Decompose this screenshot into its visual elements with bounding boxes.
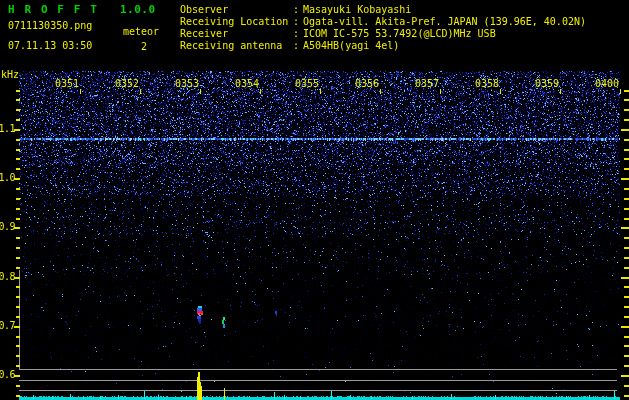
- freq-axis-label: 1.1: [0, 124, 15, 134]
- time-axis-label: 0358: [473, 79, 499, 89]
- info-row-observer: Observer : Masayuki Kobayashi: [180, 4, 586, 16]
- freq-axis-label: 0.6: [0, 370, 15, 380]
- time-axis-label: 0400: [593, 79, 619, 89]
- hrofft-screen: H R O F F T 1.0.0 0711130350.png meteor …: [0, 0, 629, 400]
- info-label: Receiving Location: [180, 16, 293, 28]
- info-label: Observer: [180, 4, 293, 16]
- info-value: ICOM IC-575 53.7492(@LCD)MHz USB: [303, 28, 496, 40]
- info-row-receiver: Receiver : ICOM IC-575 53.7492(@LCD)MHz …: [180, 28, 586, 40]
- info-value: Masayuki Kobayashi: [303, 4, 411, 16]
- info-value: A504HB(yagi 4el): [303, 40, 399, 52]
- info-row-location: Receiving Location : Ogata-vill. Akita-P…: [180, 16, 586, 28]
- output-filename: 0711130350.png: [8, 20, 92, 31]
- freq-axis-label: 0.7: [0, 321, 15, 331]
- time-axis-label: 0353: [173, 79, 199, 89]
- info-colon: :: [293, 28, 303, 40]
- mode-label: meteor: [123, 26, 159, 37]
- freq-axis-label: 0.9: [0, 222, 15, 232]
- time-axis-label: 0355: [293, 79, 319, 89]
- info-colon: :: [293, 16, 303, 28]
- meteor-count: 2: [141, 41, 147, 52]
- freq-axis-label: 1.0: [0, 173, 15, 183]
- app-version: 1.0.0: [120, 3, 156, 16]
- info-colon: :: [293, 40, 303, 52]
- time-axis-label: 0356: [353, 79, 379, 89]
- time-axis-label: 0352: [113, 79, 139, 89]
- time-axis-label: 0359: [533, 79, 559, 89]
- capture-datetime: 07.11.13 03:50: [8, 40, 92, 51]
- time-axis-label: 0351: [53, 79, 79, 89]
- info-label: Receiving antenna: [180, 40, 293, 52]
- info-value: Ogata-vill. Akita-Pref. JAPAN (139.96E, …: [303, 16, 586, 28]
- freq-unit-label: kHz: [1, 70, 19, 80]
- info-colon: :: [293, 4, 303, 16]
- info-row-antenna: Receiving antenna : A504HB(yagi 4el): [180, 40, 586, 52]
- time-axis-label: 0354: [233, 79, 259, 89]
- app-title: H R O F F T: [8, 3, 98, 16]
- info-label: Receiver: [180, 28, 293, 40]
- time-axis-label: 0357: [413, 79, 439, 89]
- spectrogram-canvas: [0, 0, 629, 400]
- observer-info: Observer : Masayuki Kobayashi Receiving …: [180, 4, 586, 52]
- freq-axis-label: 0.8: [0, 272, 15, 282]
